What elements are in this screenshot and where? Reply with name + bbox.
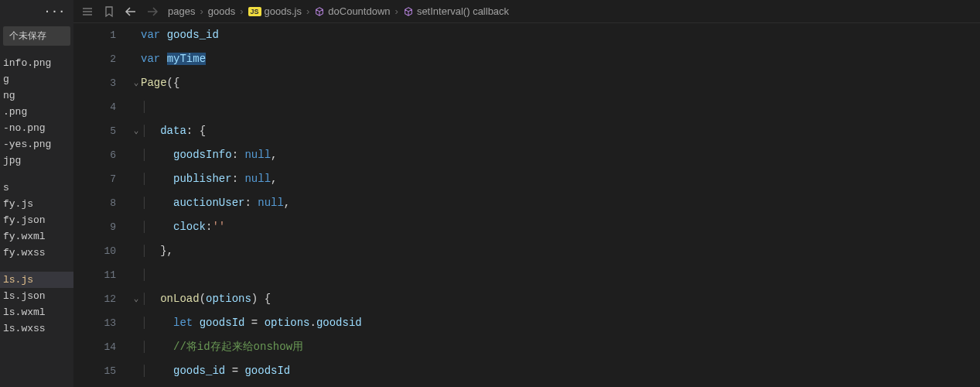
file-item[interactable]: -no.png	[0, 120, 73, 136]
line-number: 11	[73, 263, 116, 287]
code-line[interactable]: │ onLoad(options) {	[141, 287, 980, 311]
file-item[interactable]: fy.wxss	[0, 245, 73, 261]
file-item[interactable]: jpg	[0, 152, 73, 169]
breadcrumb-item[interactable]: setInterval() callback	[403, 5, 509, 17]
file-item[interactable]: fy.wxml	[0, 228, 73, 245]
fold-gutter: ⌄⌄⌄	[131, 23, 141, 387]
line-number: 14	[73, 335, 116, 359]
code-editor[interactable]: 123456789101112131415 ⌄⌄⌄ var goods_idva…	[73, 23, 980, 387]
method-icon	[403, 6, 414, 17]
file-item[interactable]: -yes.png	[0, 136, 73, 152]
breadcrumb-label: doCountdown	[328, 5, 390, 17]
line-number: 15	[73, 359, 116, 383]
line-number: 4	[73, 95, 116, 119]
breadcrumb-item[interactable]: goods	[208, 5, 235, 17]
fold-toggle[interactable]: ⌄	[131, 287, 141, 311]
breadcrumb-label: setInterval() callback	[417, 5, 509, 17]
file-item[interactable]: ls.wxss	[0, 320, 73, 337]
line-number: 8	[73, 191, 116, 215]
fold-toggle	[131, 215, 141, 239]
nav-back-icon[interactable]	[125, 5, 137, 18]
list-view-icon[interactable]	[81, 5, 94, 18]
chevron-right-icon: ›	[200, 5, 203, 17]
code-line[interactable]: │ },	[141, 239, 980, 263]
code-line[interactable]: │ auctionUser: null,	[141, 191, 980, 215]
editor-top-bar: pages › goods › JS goods.js › doCountdow…	[73, 0, 980, 23]
line-number: 5	[73, 119, 116, 143]
file-item[interactable]: fy.js	[0, 196, 73, 212]
fold-toggle	[131, 23, 141, 47]
file-item[interactable]: ls.wxml	[0, 304, 73, 320]
line-number: 10	[73, 239, 116, 263]
file-item[interactable]: ls.js	[0, 272, 73, 288]
code-line[interactable]: │ goodsInfo: null,	[141, 143, 980, 167]
code-line[interactable]: var myTime	[141, 47, 980, 71]
fold-toggle[interactable]: ⌄	[131, 119, 141, 143]
code-line[interactable]: │ let goodsId = options.goodsid	[141, 311, 980, 335]
fold-toggle	[131, 239, 141, 263]
code-line[interactable]: │ publisher: null,	[141, 167, 980, 191]
code-line[interactable]: var goods_id	[141, 23, 980, 47]
line-number: 7	[73, 167, 116, 191]
js-file-icon: JS	[248, 7, 261, 16]
file-item[interactable]: fy.json	[0, 212, 73, 228]
code-content[interactable]: var goods_idvar myTimePage({││ data: {│ …	[141, 23, 980, 387]
nav-forward-icon[interactable]	[146, 5, 159, 18]
unsaved-indicator: 个未保存	[3, 26, 70, 46]
fold-toggle	[131, 143, 141, 167]
file-item[interactable]: ng	[0, 87, 73, 104]
code-line[interactable]: │ data: {	[141, 119, 980, 143]
line-number: 6	[73, 143, 116, 167]
code-line[interactable]: │ goods_id = goodsId	[141, 359, 980, 383]
line-number: 12	[73, 287, 116, 311]
file-item[interactable]: g	[0, 71, 73, 87]
code-line[interactable]: │ //将id存起来给onshow用	[141, 335, 980, 359]
chevron-right-icon: ›	[306, 5, 309, 17]
bookmark-icon[interactable]	[103, 5, 115, 18]
chevron-right-icon: ›	[240, 5, 243, 17]
line-number-gutter: 123456789101112131415	[73, 23, 131, 387]
breadcrumb-label: goods.js	[265, 5, 302, 17]
file-item[interactable]: .png	[0, 104, 73, 120]
file-explorer-sidebar: ··· 个未保存 info.pnggng.png-no.png-yes.pngj…	[0, 0, 73, 387]
breadcrumb-item[interactable]: JS goods.js	[248, 5, 302, 17]
line-number: 9	[73, 215, 116, 239]
more-actions-icon[interactable]: ···	[44, 5, 66, 18]
fold-toggle	[131, 359, 141, 383]
sidebar-header: ···	[0, 0, 73, 23]
fold-toggle	[131, 95, 141, 119]
file-item[interactable]: ls.json	[0, 288, 73, 304]
breadcrumb-item[interactable]: doCountdown	[314, 5, 390, 17]
fold-toggle	[131, 167, 141, 191]
fold-toggle	[131, 335, 141, 359]
code-line[interactable]: │ clock:''	[141, 215, 980, 239]
line-number: 2	[73, 47, 116, 71]
code-line[interactable]: │	[141, 95, 980, 119]
code-line[interactable]: │	[141, 263, 980, 287]
breadcrumb-item[interactable]: pages	[168, 5, 195, 17]
editor-main: pages › goods › JS goods.js › doCountdow…	[73, 0, 980, 387]
file-item[interactable]: info.png	[0, 55, 73, 71]
line-number: 3	[73, 71, 116, 95]
line-number: 13	[73, 311, 116, 335]
breadcrumb: pages › goods › JS goods.js › doCountdow…	[168, 5, 509, 17]
code-line[interactable]: Page({	[141, 71, 980, 95]
fold-toggle	[131, 263, 141, 287]
fold-toggle	[131, 311, 141, 335]
fold-toggle	[131, 191, 141, 215]
method-icon	[314, 6, 325, 17]
fold-toggle[interactable]: ⌄	[131, 71, 141, 95]
chevron-right-icon: ›	[395, 5, 398, 17]
line-number: 1	[73, 23, 116, 47]
fold-toggle	[131, 47, 141, 71]
file-list: info.pnggng.png-no.png-yes.pngjpgsfy.jsf…	[0, 55, 73, 337]
file-item[interactable]: s	[0, 180, 73, 196]
